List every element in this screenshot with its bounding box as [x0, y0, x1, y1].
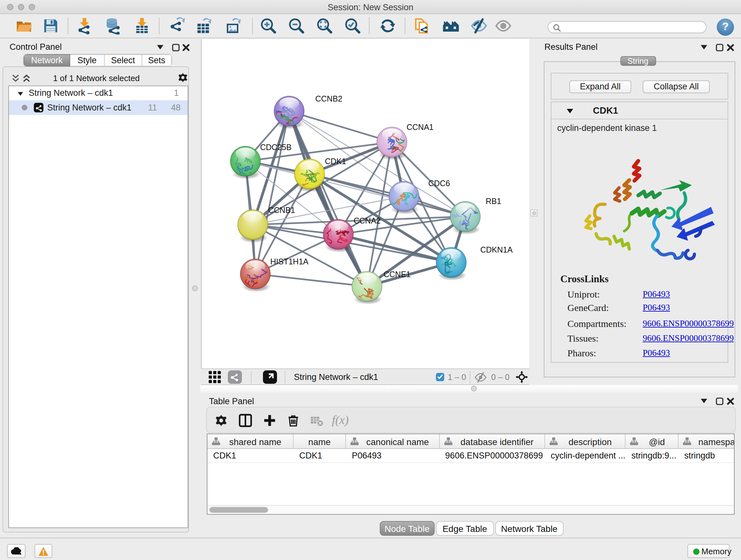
selected-nodes-checkbox-icon[interactable]	[435, 373, 444, 381]
view-toolbar-separator	[469, 371, 470, 383]
import-network-database-icon[interactable]	[105, 17, 122, 34]
table-horizontal-scrollbar[interactable]	[208, 505, 734, 513]
column-header-namespace[interactable]: namespace	[678, 434, 734, 448]
crosslink-link[interactable]: 9606.ENSP00000378699	[643, 333, 734, 343]
import-table-file-icon[interactable]	[133, 17, 150, 34]
zoom-out-icon[interactable]	[287, 17, 305, 34]
crosslink-link[interactable]: P06493	[643, 303, 670, 313]
table-panel-menu-icon[interactable]	[700, 396, 709, 405]
splitter-bottom[interactable]	[200, 385, 738, 392]
show-grid-icon[interactable]	[208, 370, 221, 384]
network-share-icon[interactable]	[227, 370, 242, 384]
show-all-icon[interactable]	[495, 17, 512, 34]
warnings-button[interactable]	[34, 544, 52, 558]
splitter-right[interactable]	[529, 38, 542, 385]
import-network-file-icon[interactable]	[76, 17, 93, 34]
network-node-hist1h1a: HIST1H1A	[240, 257, 308, 292]
protein-section-header[interactable]: CDK1	[551, 102, 728, 119]
open-session-icon[interactable]	[15, 17, 32, 34]
splitter-left[interactable]	[190, 38, 200, 538]
tab-style[interactable]: Style	[70, 54, 105, 66]
tab-node-table[interactable]: Node Table	[380, 521, 434, 536]
results-panel-close-icon[interactable]	[726, 43, 734, 51]
crosslink-link[interactable]: P06493	[643, 348, 670, 358]
cell-shared-name[interactable]: CDK1	[207, 449, 293, 462]
cell-name[interactable]: CDK1	[293, 449, 346, 462]
add-column-icon[interactable]	[263, 414, 276, 427]
cell-description[interactable]: cyclin-dependent ...	[545, 449, 626, 462]
collection-expander-icon[interactable]	[17, 91, 23, 97]
splitter-bottom-handle[interactable]	[471, 386, 477, 391]
tab-sets[interactable]: Sets	[142, 54, 172, 66]
cell-database-identifier[interactable]: 9606.ENSP00000378699	[440, 449, 545, 462]
control-panel-menu-icon[interactable]	[156, 43, 165, 51]
tab-edge-table[interactable]: Edge Table	[436, 521, 494, 536]
warning-icon	[38, 546, 48, 556]
export-table-file-icon[interactable]	[195, 17, 212, 34]
column-header-shared-name[interactable]: shared name	[207, 434, 293, 448]
table-options-gear-icon[interactable]	[214, 414, 228, 427]
protein-structure-image	[563, 154, 718, 263]
string-network-graph: CCNB2CCNA1CDC25BCDK1CDC6RB1CCNB1CCNA2CDK…	[201, 39, 529, 368]
function-builder-icon[interactable]: f(x)	[332, 413, 357, 427]
cloud-button[interactable]	[7, 544, 25, 558]
clone-network-icon[interactable]	[413, 17, 430, 34]
control-panel-close-icon[interactable]	[182, 43, 190, 51]
help-button[interactable]: ?	[717, 18, 734, 36]
protein-section-expander-icon[interactable]	[566, 107, 574, 115]
view-toolbar-separator	[251, 371, 251, 383]
zoom-fit-icon[interactable]	[316, 17, 333, 34]
column-header-id[interactable]: @id	[625, 434, 678, 448]
tab-select[interactable]: Select	[105, 54, 142, 66]
birdseye-view-icon[interactable]	[515, 371, 528, 383]
save-session-icon[interactable]	[42, 17, 59, 34]
table-scrollbar-thumb[interactable]	[209, 507, 268, 513]
protein-name: CDK1	[593, 105, 618, 116]
splitter-left-handle[interactable]	[192, 286, 198, 291]
cell-namespace[interactable]: stringdb	[678, 449, 734, 462]
results-panel-body: Expand All Collapse All CDK1 cyclin-depe…	[544, 61, 735, 377]
network-canvas[interactable]: CCNB2CCNA1CDC25BCDK1CDC6RB1CCNB1CCNA2CDK…	[201, 39, 529, 368]
splitter-right-handle[interactable]	[530, 209, 537, 216]
crosslink-link[interactable]: 9606.ENSP00000378699	[643, 318, 734, 328]
tab-string[interactable]: String	[620, 56, 656, 66]
protein-description: cyclin-dependent kinase 1	[557, 123, 657, 133]
export-image-icon[interactable]	[224, 17, 242, 34]
results-panel-float-icon[interactable]	[716, 43, 724, 51]
cell-id[interactable]: stringdb:9...	[625, 449, 678, 462]
delete-table-icon[interactable]	[310, 414, 324, 427]
column-header-canonical-name[interactable]: canonical name	[346, 434, 440, 448]
tab-network-table[interactable]: Network Table	[495, 521, 563, 536]
show-columns-icon[interactable]	[239, 414, 252, 427]
crosslink-link[interactable]: P06493	[643, 289, 670, 299]
column-header-name[interactable]: name	[293, 434, 346, 448]
refresh-layout-icon[interactable]	[379, 17, 396, 34]
open-view-in-window-icon[interactable]	[263, 370, 277, 384]
protein-section: CDK1 cyclin-dependent kinase 1	[551, 102, 728, 363]
network-selection-status: 1 of 1 Network selected	[8, 73, 185, 83]
memory-button[interactable]: Memory	[687, 544, 730, 558]
collection-label: String Network – cdk1	[29, 86, 113, 100]
export-network-file-icon[interactable]	[168, 17, 185, 34]
control-panel-float-icon[interactable]	[172, 43, 180, 51]
column-header-database-identifier[interactable]: database identifier	[440, 434, 545, 448]
delete-column-icon[interactable]	[286, 414, 300, 427]
table-header-row: shared name name canonical name database…	[207, 434, 734, 449]
network-collection-row[interactable]: String Network – cdk1 1	[9, 86, 188, 100]
collapse-all-button[interactable]: Collapse All	[643, 80, 710, 93]
table-panel-close-icon[interactable]	[726, 396, 734, 405]
search-input[interactable]	[563, 22, 703, 32]
network-row-selected[interactable]: String Network – cdk1 11 48	[9, 100, 188, 115]
first-neighbors-icon[interactable]	[442, 17, 459, 34]
zoom-in-icon[interactable]	[259, 17, 277, 34]
table-row[interactable]: CDK1 CDK1 P06493 9606.ENSP00000378699 cy…	[207, 449, 734, 463]
results-panel-menu-icon[interactable]	[700, 43, 709, 51]
cell-canonical-name[interactable]: P06493	[346, 449, 440, 462]
column-header-description[interactable]: description	[545, 434, 626, 448]
zoom-selected-icon[interactable]	[344, 17, 361, 34]
tab-network[interactable]: Network	[23, 54, 70, 66]
network-options-gear-icon[interactable]	[178, 72, 188, 83]
expand-all-button[interactable]: Expand All	[569, 80, 631, 93]
hide-selected-icon[interactable]	[470, 17, 487, 34]
table-panel-float-icon[interactable]	[716, 396, 724, 405]
